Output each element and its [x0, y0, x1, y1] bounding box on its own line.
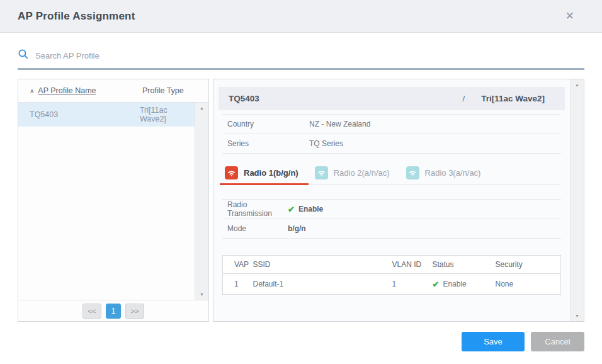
detail-scrollbar[interactable]: ▲ ▼: [570, 79, 584, 321]
pagination-page-1-button[interactable]: 1: [106, 304, 121, 319]
tab-radio-3[interactable]: Radio 3(a/n/ac): [404, 161, 491, 184]
field-row-series: Series TQ Series: [222, 134, 561, 154]
page-title: AP Profile Assignment: [18, 10, 135, 23]
field-label-country: Country: [227, 120, 309, 128]
column-label-name[interactable]: AP Profile Name: [38, 86, 96, 95]
radio-transmission-label: Radio Transmission: [227, 200, 288, 218]
detail-fields: Country NZ - New Zealand Series TQ Serie…: [222, 114, 561, 154]
field-row-country: Country NZ - New Zealand: [222, 115, 561, 134]
dialog-footer: Save Cancel: [462, 332, 584, 351]
wifi-icon: [225, 166, 238, 179]
mode-label: Mode: [227, 224, 288, 233]
scroll-down-icon[interactable]: ▼: [200, 292, 204, 297]
radio-transmission-value: Enable: [298, 205, 323, 213]
search-bar: [18, 48, 584, 70]
wifi-icon: [406, 166, 419, 179]
panels-container: ∧ AP Profile Name Profile Type TQ5403 Tr…: [18, 79, 584, 322]
radio-transmission-row: Radio Transmission ✔ Enable: [222, 200, 561, 219]
tab-radio-1-label: Radio 1(b/g/n): [244, 168, 298, 178]
pagination-prev-button[interactable]: <<: [82, 304, 101, 319]
profile-list-header: ∧ AP Profile Name Profile Type: [18, 79, 208, 103]
profile-rows: TQ5403 Tri[11ac Wave2]: [18, 103, 195, 300]
vlan-id-cell: 1: [392, 274, 433, 295]
security-cell: None: [496, 274, 561, 295]
vlan-id-header: VLAN ID: [392, 256, 433, 274]
pagination-next-button[interactable]: >>: [125, 304, 144, 319]
scroll-down-icon[interactable]: ▼: [575, 314, 579, 318]
dialog-header: AP Profile Assignment ✕: [0, 0, 602, 33]
sort-ascending-icon[interactable]: ∧: [30, 88, 34, 94]
detail-title-bar: TQ5403 / Tri[11ac Wave2]: [219, 87, 565, 110]
pagination: << 1 >>: [18, 300, 208, 321]
wifi-icon: [315, 166, 328, 179]
vap-cell: 1: [223, 274, 249, 295]
close-icon[interactable]: ✕: [565, 11, 574, 21]
tab-radio-3-label: Radio 3(a/n/ac): [425, 168, 481, 178]
tab-radio-2[interactable]: Radio 2(a/n/ac): [312, 161, 400, 184]
profile-row-tq5403[interactable]: TQ5403 Tri[11ac Wave2]: [18, 103, 195, 127]
detail-profile-name: TQ5403: [229, 94, 259, 103]
vap-table-header-row: VAP SSID VLAN ID Status Security: [223, 256, 561, 274]
field-label-series: Series: [227, 139, 309, 148]
mode-row: Mode b/g/n: [222, 219, 561, 239]
column-header-ap-profile-name[interactable]: ∧ AP Profile Name: [30, 86, 142, 95]
check-icon: ✔: [288, 205, 295, 214]
cancel-button[interactable]: Cancel: [531, 332, 584, 351]
check-icon: ✔: [433, 280, 440, 289]
radio-settings: Radio Transmission ✔ Enable Mode b/g/n: [222, 199, 561, 239]
status-value: Enable: [443, 280, 466, 288]
scroll-up-icon[interactable]: ▲: [575, 82, 579, 87]
status-cell: ✔ Enable: [433, 274, 496, 295]
status-header: Status: [433, 256, 496, 274]
detail-separator: /: [462, 94, 465, 103]
radio-tabs: Radio 1(b/g/n) Radio 2(a/n/ac): [222, 161, 561, 185]
mode-value: b/g/n: [288, 224, 306, 233]
table-row: 1 Default-1 1 ✔ Enable None: [223, 274, 561, 295]
profile-name-cell: TQ5403: [30, 110, 140, 119]
save-button[interactable]: Save: [462, 332, 525, 351]
detail-profile-type: Tri[11ac Wave2]: [481, 94, 545, 103]
column-header-profile-type: Profile Type: [142, 86, 184, 95]
tab-radio-2-label: Radio 2(a/n/ac): [334, 168, 390, 178]
profile-list-scrollbar[interactable]: ▲ ▼: [195, 103, 208, 300]
profile-type-cell: Tri[11ac Wave2]: [140, 106, 195, 123]
search-input[interactable]: [35, 51, 584, 60]
ssid-cell: Default-1: [249, 274, 392, 295]
profile-detail-content: TQ5403 / Tri[11ac Wave2] Country NZ - Ne…: [213, 79, 570, 321]
profile-list-panel: ∧ AP Profile Name Profile Type TQ5403 Tr…: [18, 79, 209, 322]
vap-table: VAP SSID VLAN ID Status Security 1 Defau…: [222, 255, 561, 295]
search-icon: [18, 48, 29, 62]
field-value-country: NZ - New Zealand: [309, 120, 370, 128]
tab-radio-1[interactable]: Radio 1(b/g/n): [222, 161, 309, 184]
ap-profile-assignment-dialog: AP Profile Assignment ✕ ∧ AP Profile Nam…: [0, 0, 602, 364]
security-header: Security: [496, 256, 561, 274]
profile-list-body: TQ5403 Tri[11ac Wave2] ▲ ▼: [18, 103, 208, 300]
profile-detail-panel: TQ5403 / Tri[11ac Wave2] Country NZ - Ne…: [213, 79, 584, 322]
field-value-series: TQ Series: [309, 139, 343, 148]
vap-header: VAP: [223, 256, 249, 274]
ssid-header: SSID: [249, 256, 392, 274]
scroll-up-icon[interactable]: ▲: [200, 106, 204, 110]
